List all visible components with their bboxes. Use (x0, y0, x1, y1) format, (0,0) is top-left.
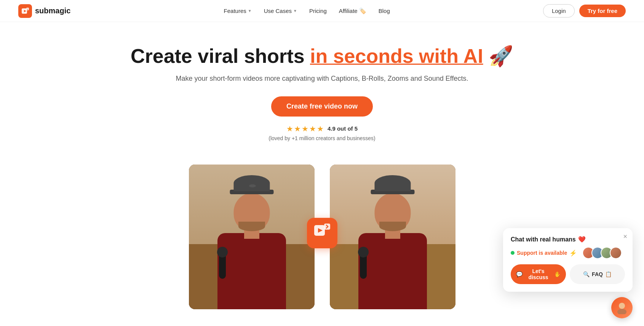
lightning-emoji: ⚡ (569, 249, 577, 257)
rating-score: 4.9 out of 5 (328, 125, 358, 132)
chat-title: Chat with real humans ❤️ (511, 236, 625, 243)
heart-emoji: ❤️ (578, 236, 586, 243)
search-icon: 🔍 (583, 271, 590, 277)
video-bg-left (189, 165, 315, 309)
chat-buttons: 💬 Let's discuss ✋ 🔍 FAQ 📋 (511, 264, 625, 284)
logo-icon: + (18, 4, 32, 18)
status-text: Support is available (517, 250, 567, 256)
hero-highlight: in seconds with AI (310, 45, 483, 67)
faq-button[interactable]: 🔍 FAQ 📋 (570, 264, 625, 284)
nav-links: Features ▼ Use Cases ▼ Pricing Affiliate… (224, 8, 390, 14)
login-button[interactable]: Login (543, 4, 575, 18)
try-button[interactable]: Try for free (579, 5, 626, 17)
hero-section: Create viral shorts in seconds with AI 🚀… (0, 22, 644, 157)
hand-emoji: ✋ (554, 271, 561, 277)
video-card-right (330, 165, 455, 309)
nav-affiliate[interactable]: Affiliate 🏷️ (339, 8, 366, 14)
chat-widget: × Chat with real humans ❤️ Support is av… (503, 228, 633, 292)
nav-actions: Login Try for free (543, 4, 626, 18)
logo[interactable]: + submagic (18, 4, 70, 18)
hero-title: Create viral shorts in seconds with AI 🚀 (8, 45, 636, 68)
star-icons: ★★★★★ (286, 124, 324, 133)
rating-row: ★★★★★ 4.9 out of 5 (8, 124, 636, 133)
center-logo (307, 218, 337, 248)
chat-close-button[interactable]: × (623, 233, 627, 241)
rocket-emoji: 🚀 (489, 45, 513, 67)
chevron-icon: ▼ (293, 9, 297, 13)
avatar-4 (610, 247, 622, 259)
cta-button[interactable]: Create free video now (271, 96, 373, 117)
nav-use-cases[interactable]: Use Cases ▼ (264, 8, 297, 14)
chat-icon: 💬 (516, 271, 523, 277)
svg-text:+: + (27, 8, 28, 10)
nav-pricing[interactable]: Pricing (309, 8, 327, 14)
faq-emoji: 📋 (605, 271, 612, 277)
status-dot (511, 251, 515, 255)
svg-point-5 (619, 303, 625, 309)
nav-features[interactable]: Features ▼ (224, 8, 252, 14)
nav-blog[interactable]: Blog (379, 8, 390, 14)
chevron-icon: ▼ (248, 9, 252, 13)
chat-avatars (582, 247, 622, 259)
affiliate-icon: 🏷️ (359, 8, 366, 14)
navbar: + submagic Features ▼ Use Cases ▼ Pricin… (0, 0, 644, 22)
center-logo-icon (313, 222, 332, 244)
logo-text: submagic (35, 6, 70, 15)
rating-sub: (loved by +1 million creators and busine… (8, 135, 636, 142)
video-card-left (189, 165, 315, 309)
discuss-button[interactable]: 💬 Let's discuss ✋ (511, 264, 566, 284)
chat-status: Support is available ⚡ (511, 247, 625, 259)
svg-rect-4 (324, 224, 330, 230)
video-bg-right (330, 165, 455, 309)
hero-subtitle: Make your short-form videos more captiva… (8, 75, 636, 83)
svg-point-6 (617, 309, 626, 309)
